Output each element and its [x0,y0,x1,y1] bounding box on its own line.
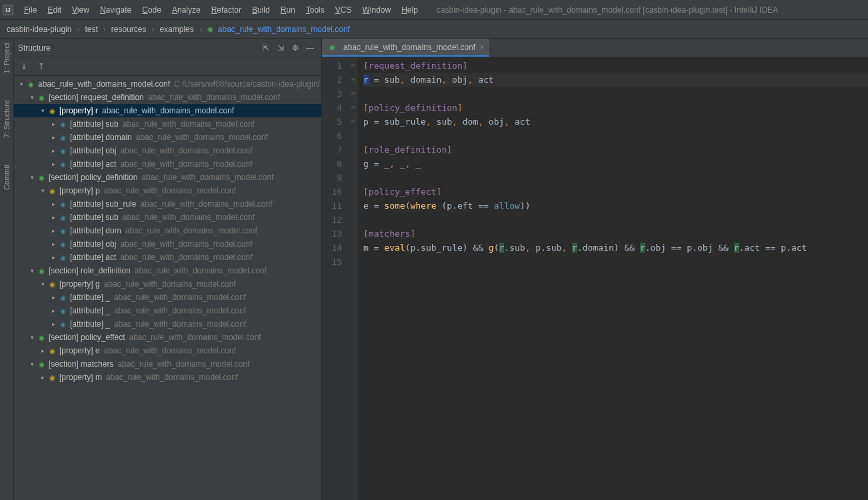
collapse-all-icon[interactable]: ⇲ [273,41,288,55]
node-label: [section] role_definition [49,266,131,275]
tree-row[interactable]: ▸◉[property] mabac_rule_with_domains_mod… [14,371,321,384]
breadcrumb-item[interactable]: casbin-idea-plugin [5,25,73,34]
line-gutter: 123456789101112131415 [322,57,349,500]
node-label: [section] matchers [49,359,113,369]
menu-run[interactable]: Run [275,5,301,15]
tree-arrow-icon[interactable]: ▸ [49,227,58,234]
node-hint: abac_rule_with_domains_model.conf [120,146,252,155]
node-hint: abac_rule_with_domains_model.conf [104,346,236,355]
tree-arrow-icon[interactable]: ▾ [38,281,47,287]
tree-row[interactable]: ▾◉abac_rule_with_domains_model.confC:/Us… [14,77,321,91]
tree-row[interactable]: ▸◉[attribute] domainabac_rule_with_domai… [14,131,321,144]
node-icon: ◉ [47,373,57,382]
fold-gutter[interactable]: ⊟⊟⊟⊟⊟ [349,57,358,500]
menu-window[interactable]: Window [357,5,396,15]
tree-arrow-icon[interactable]: ▸ [49,134,58,141]
tree-arrow-icon[interactable]: ▾ [27,334,37,341]
breadcrumb-item[interactable]: resources [110,25,148,34]
source[interactable]: [request_definition]r = sub, domain, obj… [358,57,868,500]
menu-file[interactable]: File [19,5,42,15]
menu-navigate[interactable]: Navigate [95,5,137,15]
node-icon: ◉ [26,79,35,89]
tree-arrow-icon[interactable]: ▸ [49,321,58,327]
tree-arrow-icon[interactable]: ▸ [49,147,58,154]
side-tab-project[interactable]: 1: Project [3,43,11,73]
node-label: [attribute] domain [70,133,132,142]
tree-row[interactable]: ▸◉[attribute] objabac_rule_with_domains_… [14,144,321,157]
tree-arrow-icon[interactable]: ▾ [27,94,37,101]
tree-row[interactable]: ▾◉[property] gabac_rule_with_domains_mod… [14,277,321,291]
tree-row[interactable]: ▸◉[attribute] domabac_rule_with_domains_… [14,224,321,237]
menu-code[interactable]: Code [137,5,167,15]
tree-row[interactable]: ▸◉[property] eabac_rule_with_domains_mod… [14,344,321,357]
node-icon: ◉ [37,359,46,369]
node-hint: abac_rule_with_domains_model.conf [129,333,261,342]
tree-arrow-icon[interactable]: ▾ [38,107,47,114]
tree-arrow-icon[interactable]: ▸ [49,214,58,221]
node-label: [attribute] obj [70,146,116,155]
menu-analyze[interactable]: Analyze [167,5,206,15]
tree-arrow-icon[interactable]: ▾ [27,174,37,181]
node-hint: abac_rule_with_domains_model.conf [104,186,236,195]
tree-arrow-icon[interactable]: ▾ [38,187,47,194]
node-hint: abac_rule_with_domains_model.conf [148,93,280,102]
breadcrumb-file[interactable]: ◉ abac_rule_with_domains_model.conf [206,25,350,34]
tree-row[interactable]: ▸◉[attribute] _abac_rule_with_domains_mo… [14,291,321,304]
tree-row[interactable]: ▾◉[section] request_definitionabac_rule_… [14,91,321,104]
tree-row[interactable]: ▾◉[section] role_definitionabac_rule_wit… [14,264,321,277]
tree-arrow-icon[interactable]: ▾ [27,361,37,367]
minimize-icon[interactable]: — [303,41,317,55]
node-label: [property] r [59,106,98,115]
menu-tools[interactable]: Tools [301,5,330,15]
breadcrumb-item[interactable]: test [83,25,99,34]
tree-row[interactable]: ▸◉[attribute] actabac_rule_with_domains_… [14,251,321,264]
breadcrumb-item[interactable]: examples [158,25,195,34]
editor-tab[interactable]: ◉ abac_rule_with_domains_model.conf × [322,39,489,57]
node-icon: ◉ [58,226,67,235]
menu-edit[interactable]: Edit [42,5,67,15]
code-area[interactable]: 123456789101112131415 ⊟⊟⊟⊟⊟ [request_def… [322,57,868,500]
node-label: [attribute] obj [70,239,116,249]
menu-build[interactable]: Build [247,5,275,15]
tree-row[interactable]: ▸◉[attribute] _abac_rule_with_domains_mo… [14,317,321,331]
tree-row[interactable]: ▾◉[property] rabac_rule_with_domains_mod… [14,104,321,117]
structure-tree[interactable]: ▾◉abac_rule_with_domains_model.confC:/Us… [14,76,321,500]
sort-icon[interactable]: ⤓ [17,59,31,74]
tree-row[interactable]: ▸◉[attribute] actabac_rule_with_domains_… [14,157,321,171]
node-label: [attribute] _ [70,293,110,302]
gear-icon[interactable]: ⚙ [288,41,303,55]
tree-arrow-icon[interactable]: ▸ [49,294,58,301]
menu-refactor[interactable]: Refactor [206,5,247,15]
node-icon: ◉ [47,186,57,195]
tree-arrow-icon[interactable]: ▾ [17,81,26,87]
node-label: [attribute] act [70,159,116,169]
autoscroll-icon[interactable]: ⤒ [34,59,49,74]
tree-row[interactable]: ▸◉[attribute] objabac_rule_with_domains_… [14,237,321,251]
expand-all-icon[interactable]: ⇱ [259,41,273,55]
menu-help[interactable]: Help [396,5,423,15]
node-label: [section] policy_effect [49,333,125,342]
tree-row[interactable]: ▾◉[section] matchersabac_rule_with_domai… [14,357,321,371]
tree-arrow-icon[interactable]: ▸ [38,374,47,381]
chevron-icon: › [99,25,110,34]
side-tab-structure[interactable]: 7: Structure [3,100,11,138]
tree-arrow-icon[interactable]: ▸ [49,121,58,127]
tree-arrow-icon[interactable]: ▸ [49,254,58,261]
tree-row[interactable]: ▸◉[attribute] _abac_rule_with_domains_mo… [14,304,321,317]
tree-arrow-icon[interactable]: ▸ [49,161,58,167]
menu-vcs[interactable]: VCS [330,5,357,15]
tree-row[interactable]: ▸◉[attribute] sub_ruleabac_rule_with_dom… [14,197,321,211]
tree-arrow-icon[interactable]: ▾ [27,267,37,274]
menu-view[interactable]: View [67,5,95,15]
tree-row[interactable]: ▾◉[section] policy_definitionabac_rule_w… [14,171,321,184]
close-icon[interactable]: × [479,43,484,52]
side-tab-commit[interactable]: Commit [3,165,11,190]
tree-arrow-icon[interactable]: ▸ [49,241,58,247]
tree-row[interactable]: ▾◉[section] policy_effectabac_rule_with_… [14,331,321,344]
tree-row[interactable]: ▸◉[attribute] subabac_rule_with_domains_… [14,117,321,131]
tree-row[interactable]: ▸◉[attribute] subabac_rule_with_domains_… [14,211,321,224]
tree-arrow-icon[interactable]: ▸ [49,201,58,207]
tree-arrow-icon[interactable]: ▸ [38,347,47,354]
tree-row[interactable]: ▾◉[property] pabac_rule_with_domains_mod… [14,184,321,197]
tree-arrow-icon[interactable]: ▸ [49,307,58,314]
